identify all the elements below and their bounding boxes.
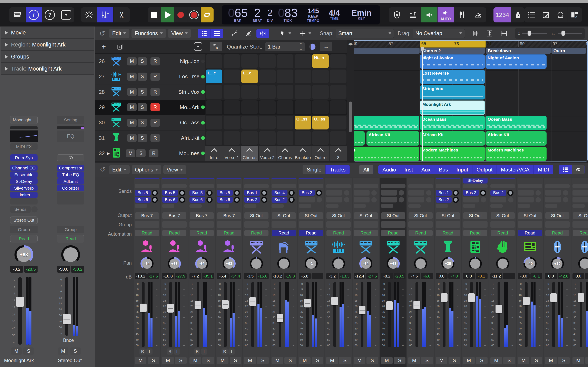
- snap-dropdown[interactable]: Smart: [336, 29, 394, 38]
- level-display[interactable]: -3.5-15.6: [244, 273, 269, 279]
- mixer-menu-view[interactable]: View: [163, 165, 186, 174]
- solo-button[interactable]: S: [449, 357, 460, 364]
- pan-knob[interactable]: -1: [305, 257, 318, 270]
- solo-button[interactable]: S: [531, 357, 542, 364]
- empty-loop-cell[interactable]: [277, 131, 293, 145]
- solo-button[interactable]: S: [175, 357, 187, 364]
- mixer-channel-strip[interactable]: Bus 5 Bus 6 Bus 7Read+63-10.8-27.9 05101…: [161, 178, 188, 367]
- mute-button[interactable]: M: [11, 347, 22, 355]
- lcd-display[interactable]: 065BAR 2BEAT 2DIV 083TICK 145KEEPTEMPO 4…: [222, 5, 380, 25]
- send-knob[interactable]: [288, 197, 295, 203]
- output-button[interactable]: St Out: [491, 212, 515, 219]
- level-display[interactable]: -5.8: [299, 273, 323, 279]
- fader-track[interactable]: [443, 282, 445, 347]
- track-name[interactable]: Nig...lon: [180, 58, 199, 64]
- solo-button[interactable]: S: [23, 347, 34, 355]
- fader-track[interactable]: [525, 282, 527, 347]
- empty-loop-cell[interactable]: [277, 116, 293, 129]
- mute-button[interactable]: M: [272, 357, 283, 364]
- automation-mode-button[interactable]: Read: [135, 230, 159, 236]
- fader-track[interactable]: [333, 282, 336, 347]
- fader-track[interactable]: [65, 277, 68, 336]
- audio-fx-slot[interactable]: Limiter: [10, 192, 38, 198]
- group-slot[interactable]: [190, 221, 214, 228]
- fader-cap[interactable]: [331, 297, 338, 305]
- mute-button[interactable]: M: [127, 134, 137, 142]
- library-icon[interactable]: [9, 7, 26, 22]
- send-knob[interactable]: [261, 197, 267, 203]
- group-slot[interactable]: [354, 221, 378, 228]
- output-button[interactable]: Bus 7: [135, 212, 159, 219]
- audio-fx-slot[interactable]: Colorizer: [57, 185, 84, 191]
- empty-send-slot[interactable]: [490, 197, 506, 202]
- audio-fx-slot[interactable]: St-Delay: [10, 178, 38, 184]
- empty-loop-cell[interactable]: [277, 69, 293, 83]
- send-slot[interactable]: Bus 1: [436, 190, 452, 196]
- send-slot[interactable]: Bus 5: [217, 190, 233, 196]
- input-monitor-button[interactable]: I: [228, 349, 234, 355]
- solo-button[interactable]: S: [148, 357, 159, 364]
- mute-button[interactable]: M: [127, 119, 137, 127]
- mute-button[interactable]: M: [545, 357, 557, 364]
- level-display[interactable]: 0.0-7.0: [436, 273, 460, 279]
- scene-play-icon[interactable]: [246, 148, 253, 155]
- group-slot[interactable]: [162, 221, 187, 228]
- solo-button[interactable]: S: [285, 357, 296, 364]
- menu-view[interactable]: View: [168, 29, 191, 38]
- level-display[interactable]: 0.0-42.0: [545, 273, 570, 279]
- send-knob[interactable]: [261, 190, 267, 196]
- audio-fx-empty-slot[interactable]: [354, 184, 378, 188]
- solo-button[interactable]: S: [138, 88, 147, 96]
- capture-record-button[interactable]: [187, 7, 201, 22]
- disclosure-triangle-icon[interactable]: [5, 30, 8, 35]
- track-row[interactable]: 31 M S R Afri...Kit: [95, 131, 205, 146]
- solo-button[interactable]: S: [136, 149, 146, 157]
- empty-loop-cell[interactable]: [206, 100, 222, 114]
- pan-knob[interactable]: +63: [387, 257, 400, 270]
- track-row[interactable]: 28 M S R Stri...Vox: [95, 84, 205, 100]
- empty-send-slot[interactable]: [545, 190, 561, 196]
- empty-send-slot[interactable]: [326, 197, 342, 202]
- empty-loop-cell[interactable]: [295, 100, 311, 114]
- empty-send-slot[interactable]: [354, 204, 366, 208]
- output-button[interactable]: St Out: [381, 212, 405, 219]
- level-display[interactable]: -50.0-50.2: [57, 266, 84, 273]
- fader-cap[interactable]: [222, 300, 229, 309]
- mixer-channel-strip[interactable]: Bus 2 St OutRead-11.2 051015202530354045…: [489, 178, 516, 367]
- tracks-view-icon[interactable]: [210, 29, 223, 38]
- bar-ruler[interactable]: 49576573818997105: [354, 41, 588, 48]
- mixer-channel-strip[interactable]: St OutRead-64-12.4-27.5 0510152025303540…: [353, 178, 379, 367]
- level-display[interactable]: -18.2-19.3: [272, 273, 296, 279]
- track-row[interactable]: 32 ▶ M S R Mo...nes: [95, 146, 205, 161]
- mixer-channel-strip[interactable]: St-DelayBus 2 St OutRead0.0-0.1 05101520…: [462, 178, 489, 367]
- send-slot[interactable]: Bus 2: [299, 190, 315, 196]
- inspector-header-moonlight-ark[interactable]: Track:Moonlight Ark: [1, 63, 94, 75]
- audio-fx-empty-slot[interactable]: [436, 184, 460, 188]
- send-knob[interactable]: [234, 197, 240, 203]
- divider-arrows-icon[interactable]: ◀▶: [347, 42, 354, 46]
- empty-loop-cell[interactable]: [224, 100, 240, 114]
- solo-button[interactable]: S: [421, 357, 433, 364]
- send-slot[interactable]: Bus 6: [217, 197, 233, 203]
- fader-cap[interactable]: [359, 306, 365, 314]
- send-knob[interactable]: [31, 206, 38, 212]
- monitor-icon[interactable]: [421, 7, 438, 22]
- editors-icon[interactable]: ✂: [113, 7, 130, 22]
- filter-inst[interactable]: Inst: [400, 165, 417, 174]
- empty-loop-cell[interactable]: [277, 85, 293, 99]
- solo-button[interactable]: S: [257, 357, 269, 364]
- narrow-strips-icon[interactable]: [559, 165, 572, 174]
- send-slot[interactable]: Bus 6: [135, 197, 151, 203]
- audio-fx-slot[interactable]: Channel EQ: [10, 165, 38, 171]
- automation-mode-button[interactable]: Read: [327, 230, 351, 236]
- eq-thumbnail[interactable]: EQ: [57, 131, 84, 142]
- automation-mode-button[interactable]: Read: [244, 230, 268, 236]
- empty-loop-cell[interactable]: [259, 85, 276, 99]
- empty-loop-cell[interactable]: [206, 54, 222, 68]
- instrument-slot[interactable]: RetroSyn: [10, 154, 38, 161]
- pan-knob[interactable]: -64: [140, 257, 154, 270]
- pan-knob[interactable]: [414, 257, 427, 270]
- empty-send-slot[interactable]: [572, 190, 588, 196]
- empty-loop-cell[interactable]: [295, 69, 311, 83]
- mixer-channel-strip[interactable]: St OutRead-40-3.0-8.1 051015202530354045…: [517, 178, 543, 367]
